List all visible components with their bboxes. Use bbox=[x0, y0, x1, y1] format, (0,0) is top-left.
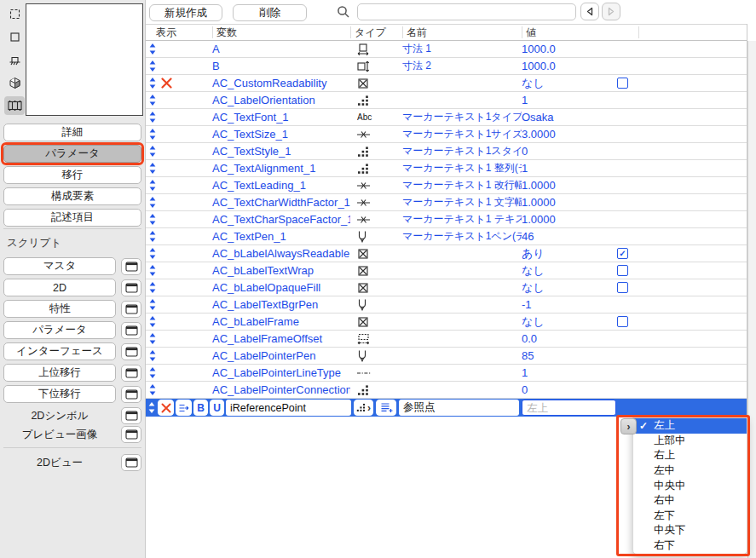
value-checkbox[interactable] bbox=[617, 316, 628, 327]
variable-name-input[interactable] bbox=[226, 400, 351, 416]
parameter-row-AC_TextSize_1[interactable]: AC_TextSize_1マーカーテキスト1サイズ(デ…3.0000 bbox=[146, 126, 747, 143]
parameter-row-AC_TextPen_1[interactable]: AC_TextPen_1マーカーテキスト1ペン(デフ…46 bbox=[146, 228, 747, 245]
open-window-button-特性[interactable] bbox=[121, 301, 141, 318]
script-button-2Dシンボル[interactable]: 2Dシンボル bbox=[3, 407, 116, 425]
parameter-row-AC_TextLeading_1[interactable]: AC_TextLeading_1マーカーテキスト1 改行幅(…1.0000 bbox=[146, 177, 747, 194]
reorder-handle-icon[interactable] bbox=[149, 146, 156, 157]
reorder-handle-icon[interactable] bbox=[149, 248, 156, 259]
open-window-button-上位移行[interactable] bbox=[121, 365, 141, 382]
parameter-row-AC_TextCharWidthFactor_1[interactable]: AC_TextCharWidthFactor_1マーカーテキスト1 文字幅(…1… bbox=[146, 194, 747, 211]
dropdown-item-上部中[interactable]: 上部中 bbox=[633, 434, 747, 449]
reorder-handle-icon[interactable] bbox=[148, 402, 155, 413]
reorder-handle-icon[interactable] bbox=[149, 316, 156, 327]
reorder-handle-icon[interactable] bbox=[149, 265, 156, 276]
script-button-マスタ[interactable]: マスタ bbox=[3, 257, 116, 275]
parameter-row-AC_bLabelFrame[interactable]: AC_bLabelFrameなし bbox=[146, 314, 747, 331]
dropdown-item-中央下[interactable]: 中央下 bbox=[633, 523, 747, 538]
parameter-row-AC_TextCharSpaceFactor_1[interactable]: AC_TextCharSpaceFactor_1マーカーテキスト1 テキスト…1… bbox=[146, 211, 747, 228]
parameter-row-AC_LabelFrameOffset[interactable]: AC_LabelFrameOffset0.0 bbox=[146, 331, 747, 348]
reorder-handle-icon[interactable] bbox=[149, 214, 156, 225]
value-checkbox[interactable] bbox=[617, 282, 628, 293]
dropdown-item-左下[interactable]: 左下 bbox=[633, 509, 747, 524]
value-checkbox[interactable] bbox=[617, 78, 628, 89]
reorder-handle-icon[interactable] bbox=[149, 282, 156, 293]
script-button-特性[interactable]: 特性 bbox=[3, 300, 116, 318]
dropdown-item-右下[interactable]: 右下 bbox=[633, 538, 747, 554]
parameter-row-AC_bLabelTextWrap[interactable]: AC_bLabelTextWrapなし bbox=[146, 262, 747, 279]
reorder-handle-icon[interactable] bbox=[149, 231, 156, 242]
parameter-value-input[interactable] bbox=[522, 400, 616, 416]
sidebar-tab-構成要素[interactable]: 構成要素 bbox=[3, 187, 141, 205]
parameter-row-A[interactable]: A寸法 11000.0 bbox=[146, 41, 747, 58]
open-window-button-2Dシンボル[interactable] bbox=[121, 407, 141, 424]
parameter-row-AC_bLabelOpaqueFill[interactable]: AC_bLabelOpaqueFillなし bbox=[146, 279, 747, 296]
script-button-パラメータ[interactable]: パラメータ bbox=[3, 321, 116, 339]
parameter-row-AC_LabelOrientation[interactable]: AC_LabelOrientation1 bbox=[146, 92, 747, 109]
parameter-row-AC_bLabelAlwaysReadable[interactable]: AC_bLabelAlwaysReadableあり✓ bbox=[146, 245, 747, 262]
script-button-上位移行[interactable]: 上位移行 bbox=[3, 364, 116, 382]
reorder-handle-icon[interactable] bbox=[149, 350, 156, 361]
underline-button[interactable]: U bbox=[210, 400, 224, 416]
reorder-handle-icon[interactable] bbox=[149, 367, 156, 378]
new-parameter-button[interactable]: 新規作成 bbox=[149, 4, 222, 21]
open-window-button-下位移行[interactable] bbox=[121, 386, 141, 403]
reorder-handle-icon[interactable] bbox=[149, 299, 156, 310]
bold-button[interactable]: B bbox=[193, 400, 208, 416]
parameter-row-AC_TextAlignment_1[interactable]: AC_TextAlignment_1マーカーテキスト1 整列(デフ…1 bbox=[146, 160, 747, 177]
view-mode-cube-icon[interactable] bbox=[4, 73, 25, 92]
reorder-handle-icon[interactable] bbox=[149, 112, 156, 123]
sidebar-tab-移行[interactable]: 移行 bbox=[3, 166, 141, 184]
type-picker-button[interactable]: › bbox=[354, 400, 373, 416]
open-window-button-2D[interactable] bbox=[121, 279, 141, 296]
open-window-button-プレビュー画像[interactable] bbox=[121, 426, 141, 443]
script-button-2D[interactable]: 2D bbox=[3, 279, 116, 296]
parameter-row-AC_TextStyle_1[interactable]: AC_TextStyle_1マーカーテキスト1スタイル(…0 bbox=[146, 143, 747, 160]
parameter-row-AC_LabelPointerConnection[interactable]: AC_LabelPointerConnection0 bbox=[146, 382, 747, 399]
script-button-下位移行[interactable]: 下位移行 bbox=[3, 385, 116, 403]
reorder-handle-icon[interactable] bbox=[149, 60, 156, 72]
reorder-handle-icon[interactable] bbox=[149, 129, 156, 140]
edit-row-ireferencepoint[interactable]: B U › bbox=[146, 399, 747, 417]
reorder-handle-icon[interactable] bbox=[149, 78, 156, 89]
view-mode-square-icon[interactable] bbox=[4, 27, 25, 46]
reorder-handle-icon[interactable] bbox=[149, 43, 156, 55]
open-window-button-パラメータ[interactable] bbox=[121, 322, 141, 339]
hide-parameter-button[interactable] bbox=[158, 400, 174, 416]
value-checkbox[interactable]: ✓ bbox=[617, 248, 628, 259]
open-window-button-インターフェース[interactable] bbox=[121, 343, 141, 360]
parameter-row-AC_LabelTextBgrPen[interactable]: AC_LabelTextBgrPen-1 bbox=[146, 296, 747, 314]
next-parameter-button[interactable] bbox=[602, 3, 620, 20]
array-button[interactable] bbox=[376, 400, 396, 416]
parameter-row-AC_LabelPointerLineType[interactable]: AC_LabelPointerLineType1 bbox=[146, 365, 747, 382]
parameter-display-name-input[interactable] bbox=[399, 400, 519, 416]
reorder-handle-icon[interactable] bbox=[149, 384, 156, 395]
parameter-row-AC_CustomReadability[interactable]: AC_CustomReadabilityなし bbox=[146, 75, 747, 92]
view-mode-dashed-square-icon[interactable] bbox=[4, 4, 25, 23]
open-window-button-2Dビュー[interactable] bbox=[121, 454, 141, 471]
value-dropdown-chevron-button[interactable]: › bbox=[620, 418, 637, 434]
value-checkbox[interactable] bbox=[617, 265, 628, 276]
open-window-button-マスタ[interactable] bbox=[121, 258, 141, 275]
script-button-インターフェース[interactable]: インターフェース bbox=[3, 342, 116, 360]
sidebar-tab-記述項目[interactable]: 記述項目 bbox=[3, 209, 141, 227]
reorder-handle-icon[interactable] bbox=[149, 95, 156, 106]
script-button-プレビュー画像[interactable]: プレビュー画像 bbox=[3, 426, 116, 444]
reorder-handle-icon[interactable] bbox=[149, 333, 156, 344]
dropdown-item-右上[interactable]: 右上 bbox=[633, 448, 747, 463]
parameter-row-AC_LabelPointerPen[interactable]: AC_LabelPointerPen85 bbox=[146, 348, 747, 365]
script-button-2Dビュー[interactable]: 2Dビュー bbox=[3, 454, 116, 472]
sidebar-tab-詳細[interactable]: 詳細 bbox=[3, 124, 141, 141]
previous-parameter-button[interactable] bbox=[580, 3, 599, 20]
dropdown-item-左中[interactable]: 左中 bbox=[633, 463, 747, 479]
dropdown-item-中央中[interactable]: 中央中 bbox=[633, 478, 747, 493]
parameter-row-B[interactable]: B寸法 21000.0 bbox=[146, 58, 747, 75]
reorder-handle-icon[interactable] bbox=[149, 197, 156, 208]
dropdown-item-左上[interactable]: ✓左上 bbox=[633, 418, 747, 434]
search-input[interactable] bbox=[357, 3, 576, 20]
view-mode-filmstrip-icon[interactable] bbox=[4, 96, 25, 115]
table-scrollbar-track[interactable] bbox=[747, 41, 756, 558]
sidebar-tab-パラメータ[interactable]: パラメータ bbox=[3, 145, 141, 163]
parameter-row-AC_TextFont_1[interactable]: AC_TextFont_1Abcマーカーテキスト1タイプ(デ…Osaka bbox=[146, 109, 747, 126]
view-mode-ground-icon[interactable] bbox=[4, 50, 25, 69]
dropdown-item-右中[interactable]: 右中 bbox=[633, 493, 747, 509]
